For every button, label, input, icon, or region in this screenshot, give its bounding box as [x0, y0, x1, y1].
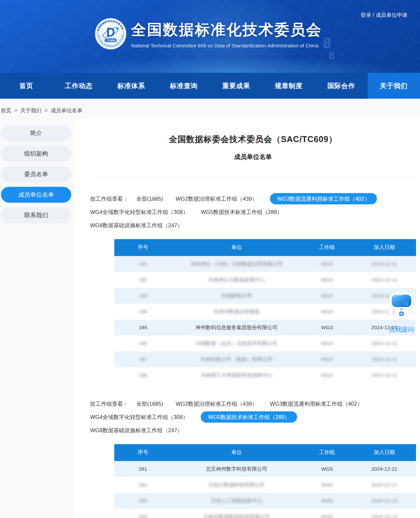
cell-workgroup: WG3 — [301, 367, 353, 383]
column-header: 加入日期 — [353, 239, 416, 256]
table-row-blurred: 188示例理工大学国际科技创新中心WG32024-12-11 — [114, 367, 416, 383]
cell-workgroup: WG3 — [301, 304, 353, 320]
cell-join-date: 2024-12-11 — [353, 272, 416, 288]
filter-option-active[interactable]: WG5数据技术标准工作组（289） — [201, 411, 297, 423]
cell-unit: 示例单位（示例）示例数据运营有限公司 — [172, 256, 301, 272]
cell-unit: 示例大数据科技有限公司 — [172, 477, 301, 493]
cell-join-date: 2024-12-11 — [353, 256, 416, 272]
cell-workgroup: WG3 — [301, 336, 353, 351]
column-header: 序号 — [114, 239, 172, 256]
sidebar-item[interactable]: 委员名单 — [1, 166, 71, 182]
cell-no: 263 — [114, 493, 172, 509]
cell-unit: 示例理工大学国际科技创新中心 — [172, 367, 301, 383]
table-row-blurred: 264示例市数据集团科技有限公司WG52024-12-13 — [114, 509, 416, 518]
cell-join-date: 2024-12-11 — [353, 367, 416, 383]
nav-item[interactable]: 工作动态 — [53, 73, 105, 99]
filter-group-label: 按工作组查看： — [90, 195, 129, 203]
cell-unit: 神州数码信息服务集团股份有限公司 — [172, 320, 301, 336]
main-nav: 首页工作动态标准体系标准查询重要成果规章制度国际合作关于我们 — [0, 73, 420, 99]
cell-workgroup: WG5 — [301, 509, 353, 518]
login-apply-link[interactable]: 登录 / 成员单位申请 — [361, 12, 407, 19]
table-row-blurred: 184示例市数据运营集团WG32024-12-11 — [114, 304, 416, 320]
breadcrumb-separator: > — [44, 108, 47, 113]
table-row: 185神州数码信息服务集团股份有限公司WG32024-12-21 — [114, 320, 416, 336]
nav-item[interactable]: 首页 — [0, 73, 53, 99]
filter-option-active[interactable]: WG3数据流通利用标准工作组（402） — [270, 193, 377, 204]
cell-workgroup: WG3 — [301, 256, 353, 272]
filter-option[interactable]: WG6数据基础设施标准工作组（247） — [90, 426, 183, 434]
cell-join-date: 2024-12-21 — [353, 461, 416, 477]
logo-code: TC609 — [106, 39, 115, 42]
main-content: 全国数据标委会技术委员会（SAC/TC609） 成员单位名单 按工作组查看：全部… — [73, 119, 420, 518]
filter-option[interactable]: WG2数据治理标准工作组（439） — [176, 400, 257, 408]
cell-no: 261 — [114, 461, 172, 477]
assistant-robot[interactable]: 点我提问 — [384, 291, 419, 334]
breadcrumb-item[interactable]: 首页 — [1, 108, 11, 113]
cell-no: 186 — [114, 336, 172, 351]
cell-workgroup: WG5 — [301, 493, 353, 509]
cell-unit: 示例市数据集团科技有限公司 — [172, 509, 301, 518]
sidebar-item[interactable]: 成员单位名单 — [1, 187, 71, 203]
sidebar-item[interactable]: 简介 — [1, 125, 71, 141]
breadcrumb-separator: > — [14, 108, 17, 113]
cell-workgroup: WG3 — [301, 320, 353, 336]
column-header: 工作组 — [301, 444, 353, 461]
cell-unit: 北京神州数字科技有限公司 — [172, 461, 301, 477]
cell-join-date: 2024-12-11 — [353, 351, 416, 367]
cell-workgroup: WG5 — [301, 477, 353, 493]
nav-item[interactable]: 规章制度 — [263, 73, 315, 99]
cell-unit: 示例邮电大学 — [172, 288, 301, 304]
member-section: 按工作组查看：全部(1685)WG2数据治理标准工作组（439）WG3数据流通利… — [90, 195, 416, 383]
breadcrumb: 首页>关于我们>成员单位名单 — [0, 99, 420, 119]
committee-logo-icon: 全国数据标准化技术委员会 NATIONAL TECHNICAL COMMITTE… — [95, 18, 127, 50]
table-row-blurred: 186示例数据（北京）信息技术有限公司WG32024-12-11 — [114, 336, 416, 351]
sidebar-menu: 简介组织架构委员名单成员单位名单联系我们 — [0, 119, 73, 518]
table-row-blurred: 181示例单位（示例）示例数据运营有限公司WG32024-12-11 — [114, 256, 416, 272]
member-table: 序号单位工作组加入日期261北京神州数字科技有限公司WG52024-12-212… — [114, 444, 416, 518]
page-title: 全国数据标委会技术委员会（SAC/TC609） — [90, 134, 416, 145]
page-subtitle: 成员单位名单 — [90, 153, 416, 161]
logo-letter: D — [106, 26, 115, 39]
nav-item[interactable]: 标准体系 — [105, 73, 158, 99]
table-row-blurred: 182示例单位大数据发展中心WG32024-12-11 — [114, 272, 416, 288]
table-row-blurred: 262示例大数据科技有限公司WG52024-12-17 — [114, 477, 416, 493]
cell-no: 264 — [114, 509, 172, 518]
nav-item[interactable]: 标准查询 — [158, 73, 210, 99]
nav-item[interactable]: 国际合作 — [315, 73, 368, 99]
filter-option[interactable]: WG4全域数字化转型标准工作组（308） — [90, 208, 188, 216]
assistant-label[interactable]: 点我提问 — [384, 325, 419, 334]
cell-join-date: 2024-12-13 — [353, 509, 416, 518]
sidebar-item[interactable]: 组织架构 — [1, 146, 71, 162]
site-subtitle-en: National Technical Committee 609 on Data… — [131, 43, 322, 48]
cell-no: 183 — [114, 288, 172, 304]
cell-no: 182 — [114, 272, 172, 288]
filter-option[interactable]: 全部(1685) — [136, 195, 163, 203]
filter-option[interactable]: WG6数据基础设施标准工作组（247） — [90, 221, 183, 229]
cell-no: 181 — [114, 256, 172, 272]
member-table: 序号单位工作组加入日期181示例单位（示例）示例数据运营有限公司WG32024-… — [114, 239, 416, 383]
nav-item[interactable]: 关于我们 — [368, 73, 420, 99]
column-header: 序号 — [114, 444, 172, 461]
table-row-blurred: 263示例人工智能创新中心WG52024-12-13 — [114, 493, 416, 509]
cell-join-date: 2024-12-17 — [353, 477, 416, 493]
filter-option[interactable]: WG2数据治理标准工作组（439） — [176, 195, 257, 203]
site-title: 全国数据标准化技术委员会 — [131, 20, 322, 40]
cell-workgroup: WG3 — [301, 351, 353, 367]
filter-option[interactable]: WG5数据技术标准工作组（289） — [201, 208, 283, 216]
filter-option[interactable]: WG3数据流通利用标准工作组（402） — [270, 400, 363, 408]
column-header: 加入日期 — [353, 444, 416, 461]
cell-unit: 示例人工智能创新中心 — [172, 493, 301, 509]
column-header: 工作组 — [301, 239, 353, 256]
nav-item[interactable]: 重要成果 — [210, 73, 263, 99]
cell-no: 187 — [114, 351, 172, 367]
header-banner: 8 8 登录 / 成员单位申请 全国数据标准化技术委员会 NATIONAL TE… — [0, 0, 420, 73]
filter-option[interactable]: WG4全域数字化转型标准工作组（308） — [90, 413, 188, 421]
breadcrumb-item[interactable]: 成员单位名单 — [51, 108, 82, 113]
table-row-blurred: 183示例邮电大学WG32024-12-11 — [114, 288, 416, 304]
cell-no: 185 — [114, 320, 172, 336]
filter-group-label: 按工作组查看： — [90, 400, 129, 408]
cell-workgroup: WG5 — [301, 461, 353, 477]
breadcrumb-item[interactable]: 关于我们 — [20, 108, 41, 113]
sidebar-item[interactable]: 联系我们 — [1, 207, 71, 223]
filter-option[interactable]: 全部(1685) — [136, 400, 163, 408]
